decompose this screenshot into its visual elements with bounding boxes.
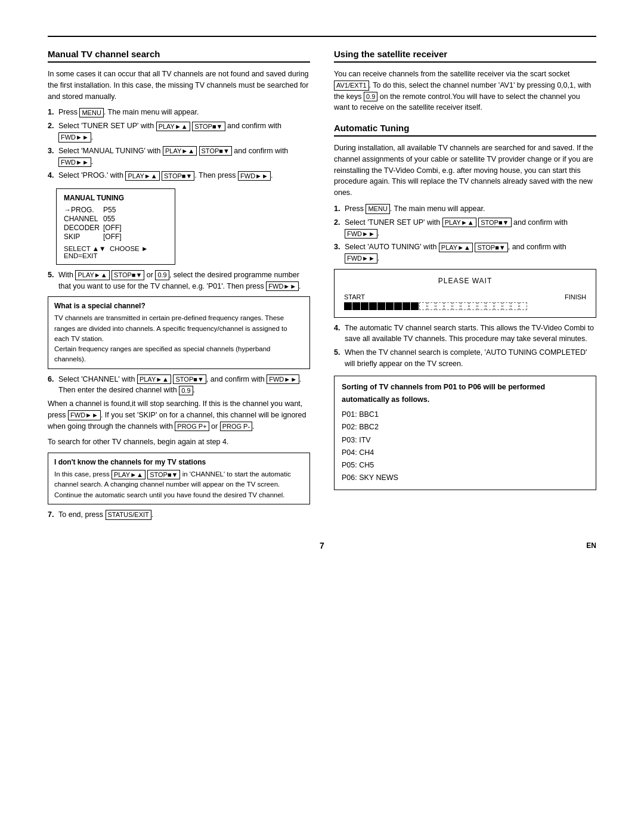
- finish-label: FINISH: [565, 293, 586, 301]
- play-key-3: PLAY►▲: [163, 146, 197, 156]
- decoder-label: DECODER: [64, 224, 103, 233]
- skip-label: SKIP: [64, 233, 103, 241]
- stop-key-2: STOP■▼: [192, 122, 225, 131]
- stop-key-dk: STOP■▼: [147, 470, 180, 479]
- bar-dot-5: [453, 302, 460, 310]
- special-box-text: TV channels are transmitted in certain p…: [54, 313, 304, 364]
- fwd-key-at3: FWD►►: [345, 253, 377, 263]
- bar-dot-8: [478, 302, 485, 310]
- bar-segment-6: [386, 302, 394, 310]
- channel-p05: P05: CH5: [342, 459, 589, 472]
- top-rule: [48, 36, 596, 37]
- satellite-section-title: Using the satellite receiver: [334, 49, 596, 63]
- bar-dot-2: [428, 302, 435, 310]
- fwd-key-5: FWD►►: [266, 281, 299, 291]
- auto-tuning-para1: During installation, all available TV ch…: [334, 143, 596, 199]
- stop-key-4: STOP■▼: [162, 171, 194, 181]
- bar-dot-3: [436, 302, 444, 310]
- dontknow-box: I don't know the channels for my TV stat…: [48, 453, 310, 504]
- step-5: 5. With PLAY►▲ STOP■▼ or 0.9, select the…: [48, 270, 310, 292]
- stop-key-6: STOP■▼: [173, 374, 206, 384]
- dontknow-box-text: In this case, press PLAY►▲ STOP■▼ in 'CH…: [54, 469, 304, 500]
- start-label: START: [344, 293, 365, 301]
- fwd-key-4: FWD►►: [238, 171, 271, 181]
- menu-key-at1: MENU: [366, 204, 389, 213]
- step-2: 2. Select 'TUNER SET UP' with PLAY►▲ STO…: [48, 120, 310, 143]
- progress-bar: [344, 302, 586, 310]
- tuning-box-footer: SELECT ▲▼ CHOOSE ►END=EXIT: [64, 245, 168, 259]
- play-key-at3: PLAY►▲: [439, 243, 473, 252]
- bar-segment-1: [344, 302, 352, 310]
- step-1: 1. Press MENU. The main menu will appear…: [48, 107, 310, 118]
- channel-p01: P01: BBC1: [342, 408, 589, 421]
- fwd-key-2: FWD►►: [58, 132, 91, 142]
- auto-tuning-title: Automatic Tuning: [334, 123, 596, 137]
- bar-segment-4: [369, 302, 377, 310]
- auto-step-5: 5. When the TV channel search is complet…: [334, 347, 596, 370]
- bar-dot-12: [511, 302, 519, 310]
- play-key-at2: PLAY►▲: [442, 218, 476, 227]
- search-again-para: To search for other TV channels, begin a…: [48, 436, 310, 448]
- special-channel-box: What is a special channel? TV channels a…: [48, 296, 310, 368]
- table-row: →PROG. P55: [64, 206, 125, 215]
- bar-dot-6: [461, 302, 469, 310]
- stop-key-at2: STOP■▼: [478, 218, 511, 227]
- stop-key-3: STOP■▼: [199, 146, 232, 156]
- num-key-6: 0.9: [179, 386, 193, 395]
- page-number: 7: [320, 541, 324, 550]
- bar-segment-3: [361, 302, 369, 310]
- skip-value: [OFF]: [103, 233, 125, 241]
- step-7: 7. To end, press STATUS/EXIT.: [48, 509, 310, 521]
- bar-dot-4: [444, 302, 452, 310]
- bar-segment-9: [411, 302, 419, 310]
- lang-tag: EN: [586, 541, 596, 550]
- num-key-5: 0.9: [155, 270, 169, 280]
- channel-label: CHANNEL: [64, 215, 103, 224]
- stop-key-at3: STOP■▼: [475, 243, 507, 252]
- satellite-para: You can receive channels from the satell…: [334, 69, 596, 113]
- step-6: 6. Select 'CHANNEL' with PLAY►▲ STOP■▼, …: [48, 374, 310, 397]
- dontknow-box-title: I don't know the channels for my TV stat…: [54, 457, 304, 467]
- sorting-box: Sorting of TV channels from P01 to P06 w…: [334, 376, 596, 490]
- fwd-key-3: FWD►►: [58, 157, 91, 167]
- manual-tuning-box: MANUAL TUNING →PROG. P55 CHANNEL 055 DEC…: [56, 188, 175, 265]
- progress-labels: START FINISH: [344, 293, 586, 301]
- channel-p06: P06: SKY NEWS: [342, 472, 589, 484]
- bar-dot-13: [519, 302, 527, 310]
- prog-plus-key: PROG P+: [175, 422, 209, 431]
- play-key-4: PLAY►▲: [125, 171, 159, 181]
- bar-dot-11: [503, 302, 510, 310]
- play-key-dk: PLAY►▲: [112, 470, 145, 479]
- menu-key-1: MENU: [79, 108, 103, 117]
- left-column: Manual TV channel search In some cases i…: [48, 49, 310, 523]
- bar-dot-10: [494, 302, 502, 310]
- channel-p04: P04: CH4: [342, 447, 589, 459]
- auto-step-4: 4. The automatic TV channel search start…: [334, 323, 596, 345]
- channel-value: 055: [103, 215, 125, 224]
- left-intro: In some cases it can occur that all TV c…: [48, 69, 310, 102]
- special-box-title: What is a special channel?: [54, 301, 304, 311]
- prog-minus-key: PROG P-: [220, 422, 252, 431]
- bar-dot-7: [469, 302, 477, 310]
- tuning-box-title: MANUAL TUNING: [64, 194, 168, 202]
- fwd-key-when: FWD►►: [68, 410, 101, 420]
- auto-step-3: 3. Select 'AUTO TUNING' with PLAY►▲ STOP…: [334, 241, 596, 264]
- stop-key-5: STOP■▼: [112, 270, 144, 280]
- tuning-box-table: →PROG. P55 CHANNEL 055 DECODER [OFF] SKI…: [64, 206, 125, 241]
- prog-value: P55: [103, 206, 125, 215]
- auto-step-1: 1. Press MENU. The main menu will appear…: [334, 203, 596, 215]
- decoder-value: [OFF]: [103, 224, 125, 233]
- sorting-box-title: Sorting of TV channels from P01 to P06 w…: [342, 381, 589, 407]
- channel-p02: P02: BBC2: [342, 421, 589, 433]
- when-found-para: When a channel is found,it will stop sea…: [48, 398, 310, 432]
- bar-segment-5: [377, 302, 385, 310]
- auto-step-2: 2. Select 'TUNER SET UP' with PLAY►▲ STO…: [334, 217, 596, 240]
- bar-segment-8: [402, 302, 410, 310]
- left-section-title: Manual TV channel search: [48, 49, 310, 63]
- play-key-6: PLAY►▲: [137, 374, 171, 384]
- progress-box: PLEASE WAIT START FINISH: [334, 269, 596, 318]
- step-4: 4. Select 'PROG.' with PLAY►▲ STOP■▼. Th…: [48, 170, 310, 181]
- play-key-5: PLAY►▲: [75, 270, 109, 280]
- num-key-sat: 0.9: [364, 92, 377, 101]
- table-row: SKIP [OFF]: [64, 233, 125, 241]
